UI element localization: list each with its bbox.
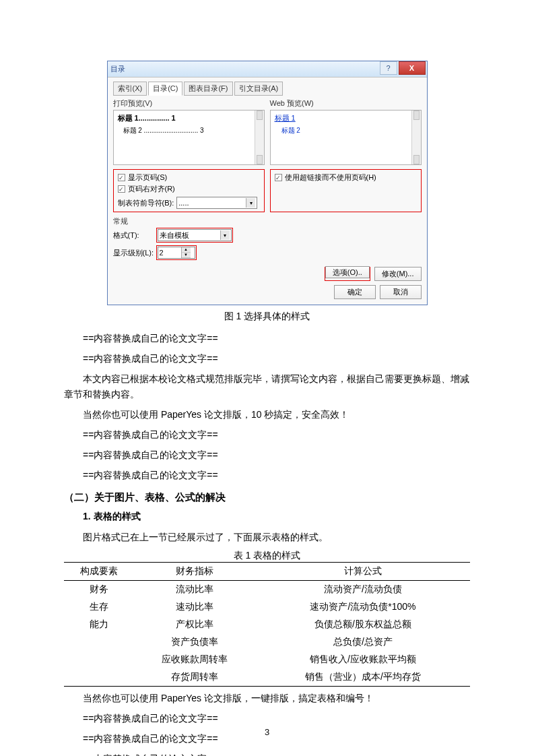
web-preview-sub[interactable]: 标题 2 (281, 126, 417, 135)
table-cell: 负债总额/股东权益总额 (256, 616, 470, 633)
figure-caption: 图 1 选择具体的样式 (64, 311, 470, 323)
table-cell: 存货周转率 (134, 668, 256, 687)
format-highlight: 来自模板▾ (156, 228, 233, 243)
web-preview-link[interactable]: 标题 1 (275, 114, 296, 122)
spin-down-icon: ▼ (182, 253, 191, 258)
general-label: 常规 (113, 216, 422, 226)
table-cell: 销售（营业）成本/平均存货 (256, 668, 470, 687)
chevron-down-icon: ▾ (246, 198, 255, 208)
paragraph: ==内容替换成自己的论文文字== (64, 351, 470, 367)
paragraph: 当然你也可以使用 PaperYes 论文排版，10 秒搞定，安全高效！ (64, 407, 470, 423)
checkbox-right-align[interactable]: ✓ (118, 185, 125, 193)
format-combo[interactable]: 来自模板▾ (158, 229, 232, 241)
table-cell: 速动资产/流动负债*100% (256, 598, 470, 616)
table-cell: 销售收入/应收账款平均额 (256, 651, 470, 668)
spin-up-icon: ▲ (182, 247, 191, 253)
table-header: 构成要素 (64, 563, 134, 581)
data-table: 构成要素 财务指标 计算公式 财务流动比率流动资产/流动负债生存速动比率速动资产… (64, 562, 470, 687)
ok-button[interactable]: 确定 (334, 285, 376, 299)
table-caption: 表 1 表格的样式 (64, 550, 470, 562)
paragraph: ==内容替换成自己的论文文字== (64, 447, 470, 464)
options-highlight: 选项(O).. (325, 267, 370, 281)
options-button[interactable]: 选项(O).. (325, 266, 370, 278)
dialog-tabs: 索引(X) 目录(C) 图表目录(F) 引文目录(A) (113, 82, 422, 96)
table-cell: 速动比率 (134, 598, 256, 616)
table-cell: 财务 (64, 581, 134, 599)
paragraph: 当然你也可以使用 PaperYes 论文排版，一键排版，搞定表格和编号！ (64, 691, 470, 707)
help-icon[interactable]: ? (380, 61, 397, 75)
modify-button[interactable]: 修改(M)... (374, 267, 422, 281)
paragraph: ==内容替换成自己的论文文字== (64, 751, 470, 756)
heading-2: （二）关于图片、表格、公式的解决 (64, 491, 470, 504)
table-header: 计算公式 (256, 563, 470, 581)
tab-figures[interactable]: 图表目录(F) (184, 82, 232, 96)
table-cell (64, 633, 134, 651)
toc-dialog: 目录 ? X 索引(X) 目录(C) 图表目录(F) 引文目录(A) 打印预览(… (107, 61, 428, 305)
level-spinner[interactable]: ▲▼ (158, 247, 195, 259)
paragraph: 本文内容已根据本校论文格式规范排版完毕，请撰写论文内容，根据自己需要更换标题、增… (64, 371, 470, 404)
tab-toc[interactable]: 目录(C) (148, 82, 182, 96)
paragraph: ==内容替换成自己的论文文字== (64, 331, 470, 347)
table-cell (64, 668, 134, 687)
heading-3: 1. 表格的样式 (64, 511, 470, 523)
paragraph: ==内容替换成自己的论文文字== (64, 427, 470, 443)
paragraph: ==内容替换成自己的论文文字== (64, 711, 470, 727)
close-icon[interactable]: X (399, 61, 426, 75)
cancel-button[interactable]: 取消 (380, 285, 422, 299)
right-options: ✓使用超链接而不使用页码(H) (270, 169, 422, 212)
paragraph: 图片格式已在上一节已经展示过了，下面展示表格的样式。 (64, 530, 470, 546)
page-number: 3 (0, 727, 534, 737)
table-cell: 生存 (64, 598, 134, 616)
print-preview-box: 标题 1............... 1 标题 2 .............… (113, 110, 265, 165)
level-input[interactable] (158, 249, 181, 257)
checkbox-hyperlink[interactable]: ✓ (275, 174, 282, 181)
level-highlight: ▲▼ (156, 245, 197, 260)
tab-citations[interactable]: 引文目录(A) (234, 82, 283, 96)
checkbox-show-page[interactable]: ✓ (118, 174, 125, 181)
scrollbar[interactable] (255, 111, 264, 164)
dialog-title: 目录 (110, 64, 125, 74)
table-cell: 总负债/总资产 (256, 633, 470, 651)
paragraph: ==内容替换成自己的论文文字== (64, 468, 470, 484)
table-cell: 流动比率 (134, 581, 256, 599)
chevron-down-icon: ▾ (220, 230, 230, 240)
leader-combo[interactable]: .....▾ (176, 197, 257, 209)
table-cell (64, 651, 134, 668)
table-cell: 应收账款周转率 (134, 651, 256, 668)
left-options: ✓显示页码(S) ✓页码右对齐(R) 制表符前导符(B): .....▾ (113, 169, 265, 212)
table-header: 财务指标 (134, 563, 256, 581)
table-cell: 能力 (64, 616, 134, 633)
tab-index[interactable]: 索引(X) (113, 82, 147, 96)
table-cell: 产权比率 (134, 616, 256, 633)
print-preview-label: 打印预览(V) (113, 98, 265, 108)
web-preview-box: 标题 1 标题 2 (270, 110, 422, 165)
table-cell: 资产负债率 (134, 633, 256, 651)
dialog-titlebar: 目录 ? X (108, 61, 427, 77)
scrollbar[interactable] (411, 111, 421, 164)
table-cell: 流动资产/流动负债 (256, 581, 470, 599)
web-preview-label: Web 预览(W) (270, 98, 422, 108)
